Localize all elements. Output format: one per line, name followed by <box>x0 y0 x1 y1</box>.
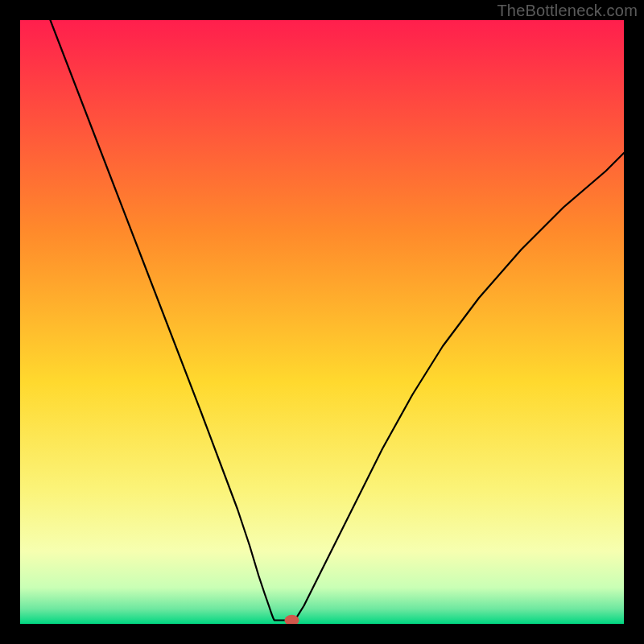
chart-plot <box>20 20 624 624</box>
chart-frame: TheBottleneck.com <box>0 0 644 644</box>
watermark-label: TheBottleneck.com <box>497 2 638 20</box>
heatmap-background <box>20 20 624 624</box>
